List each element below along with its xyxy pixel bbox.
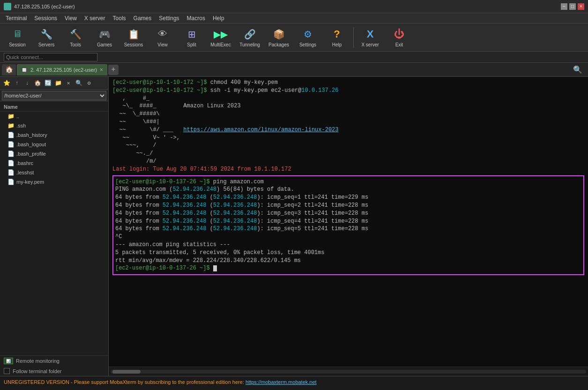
terminal-line: [ec2-user@ip-10-0-137-26 ~]$ ping amazon…: [115, 178, 581, 186]
sidebar-path-select[interactable]: /home/ec2-user/: [2, 91, 106, 100]
tunneling-icon: 🔗: [243, 28, 256, 41]
terminal-scrollbar[interactable]: [109, 367, 588, 376]
terminal-output[interactable]: [ec2-user@ip-10-1-10-172 ~]$ chmod 400 m…: [109, 77, 588, 367]
menu-terminal[interactable]: Terminal: [2, 14, 30, 22]
tunneling-label: Tunneling: [239, 42, 260, 47]
menu-view[interactable]: View: [61, 14, 81, 22]
scroll-track[interactable]: [111, 370, 586, 374]
menu-macros[interactable]: Macros: [183, 14, 209, 22]
menu-help[interactable]: Help: [209, 14, 228, 22]
close-button[interactable]: ×: [578, 3, 584, 10]
list-item[interactable]: 📄 .bashrc: [0, 158, 108, 168]
menu-bar: Terminal Sessions View X server Tools Ga…: [0, 13, 588, 23]
sidebar-home-button[interactable]: 🏠: [33, 79, 42, 88]
list-item[interactable]: 📁 ..: [0, 112, 108, 121]
list-item[interactable]: 📄 my-key.pem: [0, 177, 108, 187]
multiexec-button[interactable]: ▶▶ MultiExec: [207, 25, 234, 50]
terminal-line: [ec2-user@ip-10-1-10-172 ~]$ ssh -i my-k…: [112, 87, 584, 95]
tab-ec2[interactable]: 🔲 2. 47.128.225.105 (ec2-user) ×: [17, 64, 107, 75]
view-button[interactable]: 👁 View: [149, 25, 176, 50]
settings-button[interactable]: ⚙ Settings: [294, 25, 321, 50]
list-item[interactable]: 📄 .bash_history: [0, 130, 108, 140]
terminal-line: , #_: [112, 95, 584, 103]
title-bar-left: 47.128.225.105 (ec2-user): [4, 3, 75, 10]
follow-terminal-folder-checkbox[interactable]: Follow terminal folder: [0, 366, 108, 376]
status-link[interactable]: https://mobaxterm.mobatek.net: [246, 379, 317, 385]
scroll-thumb[interactable]: [112, 370, 141, 374]
menu-settings[interactable]: Settings: [155, 14, 183, 22]
terminal-line: ~~~, /: [112, 142, 584, 150]
file-icon: 📄: [7, 160, 15, 166]
sidebar-file-list: Name 📁 .. 📁 .ssh 📄 .bash_history 📄 .bash…: [0, 101, 108, 355]
terminal-line: ^C: [115, 233, 581, 241]
sidebar-delete-button[interactable]: ✕: [64, 79, 73, 88]
new-tab-button[interactable]: +: [108, 65, 119, 75]
quick-connect-input[interactable]: [4, 53, 97, 61]
tab-close-button[interactable]: ×: [100, 67, 103, 73]
file-list-header: Name: [0, 102, 108, 112]
follow-folder-label: Follow terminal folder: [13, 368, 62, 374]
games-button[interactable]: 🎮 Games: [91, 25, 118, 50]
tab-search-icon[interactable]: 🔍: [573, 65, 582, 75]
menu-xserver[interactable]: X server: [81, 14, 109, 22]
sidebar-toolbar: ⭐ ↑ ↓ 🏠 🔄 📁 ✕ 🔍 ⚙: [0, 77, 108, 90]
maximize-button[interactable]: □: [569, 3, 576, 10]
home-tab[interactable]: 🏠: [2, 64, 16, 75]
games-label: Games: [97, 42, 112, 47]
minimize-button[interactable]: −: [561, 3, 567, 10]
session-button[interactable]: 🖥 Session: [4, 25, 31, 50]
tools-icon: 🔨: [69, 28, 82, 41]
xserver-button[interactable]: X X server: [357, 25, 384, 50]
terminal-line: PING amazon.com (52.94.236.248) 56(84) b…: [115, 186, 581, 194]
menu-sessions[interactable]: Sessions: [30, 14, 61, 22]
terminal-line: ~~ V~ ' ->,: [112, 134, 584, 142]
packages-button[interactable]: 📦 Packages: [265, 25, 292, 50]
split-button[interactable]: ⊞ Split: [178, 25, 205, 50]
sidebar-settings-button[interactable]: ⚙: [84, 79, 94, 88]
file-name: .ssh: [16, 123, 26, 128]
file-name: ..: [16, 113, 19, 119]
sidebar-up-button[interactable]: ↑: [12, 79, 22, 88]
status-text: UNREGISTERED VERSION - Please support Mo…: [4, 379, 244, 385]
help-button[interactable]: ? Help: [323, 25, 350, 50]
sidebar-refresh-button[interactable]: 🔄: [43, 79, 52, 88]
sessions-icon: 📋: [127, 28, 140, 41]
remote-monitoring-button[interactable]: 📊 Remote monitoring: [0, 356, 108, 366]
terminal-line: 5 packets transmitted, 5 received, 0% pa…: [115, 249, 581, 257]
sessions-button[interactable]: 📋 Sessions: [120, 25, 147, 50]
terminal-line: 64 bytes from 52.94.236.248 (52.94.236.2…: [115, 210, 581, 218]
terminal-area[interactable]: [ec2-user@ip-10-1-10-172 ~]$ chmod 400 m…: [109, 77, 588, 376]
tools-label: Tools: [70, 42, 81, 47]
monitoring-label: Remote monitoring: [16, 358, 60, 364]
sidebar-down-button[interactable]: ↓: [22, 79, 32, 88]
sidebar-new-folder-button[interactable]: 📁: [53, 79, 63, 88]
title-bar-controls: − □ ×: [561, 3, 584, 10]
menu-games[interactable]: Games: [130, 14, 156, 22]
terminal-line: Last login: Tue Aug 20 07:41:59 2024 fro…: [112, 165, 584, 173]
packages-label: Packages: [268, 42, 289, 47]
servers-button[interactable]: 🔧 Servers: [33, 25, 60, 50]
file-name: my-key.pem: [16, 179, 44, 185]
terminal-line: 64 bytes from 52.94.236.248 (52.94.236.2…: [115, 225, 581, 233]
list-item[interactable]: 📁 .ssh: [0, 121, 108, 130]
list-item[interactable]: 📄 .bash_logout: [0, 140, 108, 149]
terminal-line: --- amazon.com ping statistics ---: [115, 241, 581, 249]
file-column-name: Name: [4, 104, 18, 110]
folder-icon: 📁: [7, 113, 15, 120]
file-icon: 📄: [7, 141, 15, 148]
terminal-prompt: [ec2-user@ip-10-0-137-26 ~]$: [115, 264, 581, 272]
xserver-label: X server: [361, 42, 379, 47]
sidebar-search-button[interactable]: 🔍: [74, 79, 83, 88]
file-icon: 📄: [7, 179, 15, 185]
exit-button[interactable]: ⏻ Exit: [386, 25, 413, 50]
multiexec-label: MultiExec: [210, 42, 231, 47]
view-icon: 👁: [156, 28, 169, 41]
list-item[interactable]: 📄 .lesshst: [0, 168, 108, 177]
sidebar-star-button[interactable]: ⭐: [2, 79, 11, 88]
tools-button[interactable]: 🔨 Tools: [62, 25, 89, 50]
list-item[interactable]: 📄 .bash_profile: [0, 149, 108, 158]
menu-tools[interactable]: Tools: [109, 14, 130, 22]
tunneling-button[interactable]: 🔗 Tunneling: [236, 25, 263, 50]
terminal-line: 64 bytes from 52.94.236.248 (52.94.236.2…: [115, 218, 581, 225]
folder-icon: 📁: [7, 122, 15, 129]
